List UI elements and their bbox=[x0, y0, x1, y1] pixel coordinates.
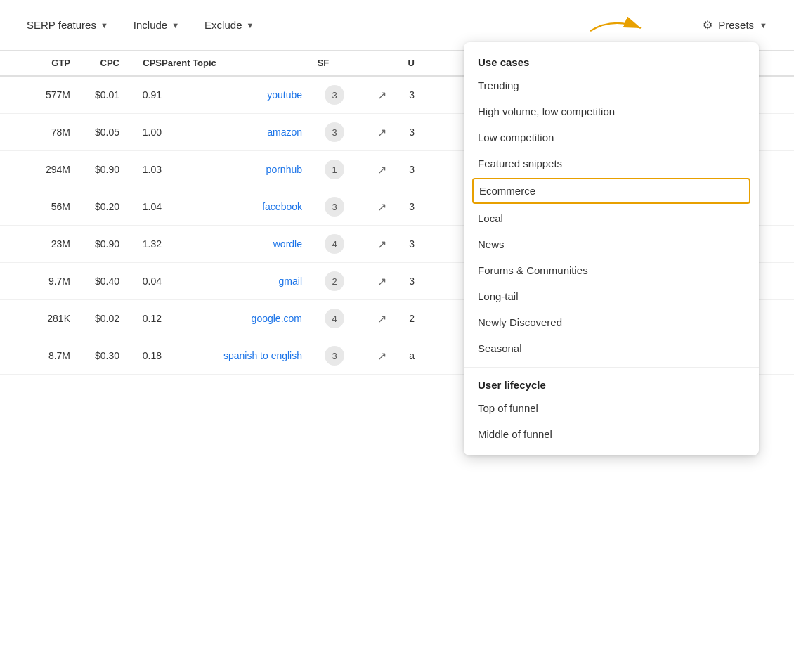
cell-cps: 0.12 bbox=[119, 313, 162, 324]
col-header-gtp: GTP bbox=[14, 58, 70, 68]
cell-u: 3 bbox=[386, 164, 415, 175]
menu-item-top-of-funnel[interactable]: Top of funnel bbox=[464, 395, 759, 421]
sf-badge: 3 bbox=[325, 346, 344, 366]
cell-trend: ↗ bbox=[344, 126, 386, 139]
cell-u: 3 bbox=[386, 238, 415, 250]
parent-topic-link[interactable]: facebook bbox=[262, 201, 302, 212]
serp-features-button[interactable]: SERP features ▼ bbox=[17, 13, 118, 37]
presets-label: Presets bbox=[718, 19, 754, 31]
cell-u: 2 bbox=[386, 313, 415, 324]
menu-item-trending[interactable]: Trending bbox=[464, 72, 759, 98]
parent-topic-link[interactable]: spanish to english bbox=[223, 350, 302, 361]
sf-badge: 4 bbox=[325, 234, 344, 254]
exclude-label: Exclude bbox=[204, 19, 242, 31]
menu-item-long-tail[interactable]: Long-tail bbox=[464, 283, 759, 309]
cell-parent-topic: wordle bbox=[162, 238, 302, 250]
menu-item-middle-of-funnel[interactable]: Middle of funnel bbox=[464, 421, 759, 447]
menu-item-high-volume-low-competition[interactable]: High volume, low competition bbox=[464, 98, 759, 124]
presets-button[interactable]: ⚙ Presets ▼ bbox=[693, 13, 777, 37]
col-header-u: U bbox=[386, 58, 415, 68]
col-header-cpc: CPC bbox=[70, 58, 119, 68]
cell-cpc: $0.90 bbox=[70, 164, 119, 175]
cell-cps: 0.04 bbox=[119, 276, 162, 287]
cell-parent-topic: gmail bbox=[162, 276, 302, 287]
cell-gtp: 8.7M bbox=[14, 350, 70, 361]
col-header-cps: CPS bbox=[119, 58, 162, 68]
include-button[interactable]: Include ▼ bbox=[124, 13, 189, 37]
menu-item-seasonal[interactable]: Seasonal bbox=[464, 335, 759, 361]
cell-u: 3 bbox=[386, 127, 415, 138]
cell-parent-topic: spanish to english bbox=[162, 350, 302, 361]
exclude-button[interactable]: Exclude ▼ bbox=[195, 13, 263, 37]
cell-parent-topic: youtube bbox=[162, 89, 302, 101]
presets-settings-icon: ⚙ bbox=[703, 18, 712, 32]
cell-gtp: 78M bbox=[14, 127, 70, 138]
cell-cps: 0.91 bbox=[119, 89, 162, 101]
serp-features-chevron-icon: ▼ bbox=[100, 21, 108, 30]
cell-trend: ↗ bbox=[344, 200, 386, 214]
menu-item-local[interactable]: Local bbox=[464, 205, 759, 231]
sf-badge: 4 bbox=[325, 309, 344, 328]
parent-topic-link[interactable]: wordle bbox=[273, 238, 302, 250]
cell-trend: ↗ bbox=[344, 312, 386, 325]
cell-gtp: 56M bbox=[14, 201, 70, 212]
cell-parent-topic: pornhub bbox=[162, 164, 302, 175]
cell-u: 3 bbox=[386, 276, 415, 287]
cell-parent-topic: amazon bbox=[162, 127, 302, 138]
menu-item-featured-snippets[interactable]: Featured snippets bbox=[464, 150, 759, 176]
cell-cpc: $0.20 bbox=[70, 201, 119, 212]
parent-topic-link[interactable]: google.com bbox=[252, 313, 302, 324]
sf-badge: 3 bbox=[325, 197, 344, 217]
exclude-chevron-icon: ▼ bbox=[246, 21, 254, 30]
col-header-parent-topic: Parent Topic bbox=[162, 58, 302, 68]
main-container: SERP features ▼ Include ▼ Exclude ▼ ⚙ bbox=[0, 0, 794, 672]
include-chevron-icon: ▼ bbox=[171, 21, 179, 30]
parent-topic-link[interactable]: youtube bbox=[267, 89, 302, 101]
cell-gtp: 294M bbox=[14, 164, 70, 175]
menu-item-forums-communities[interactable]: Forums & Communities bbox=[464, 257, 759, 283]
sf-badge: 3 bbox=[325, 85, 344, 105]
cell-trend: ↗ bbox=[344, 238, 386, 251]
menu-divider bbox=[464, 367, 759, 368]
cell-gtp: 281K bbox=[14, 313, 70, 324]
arrow-icon bbox=[583, 14, 653, 42]
cell-cps: 0.18 bbox=[119, 350, 162, 361]
cell-cpc: $0.40 bbox=[70, 276, 119, 287]
arrow-annotation bbox=[583, 14, 653, 42]
cell-trend: ↗ bbox=[344, 275, 386, 288]
cell-sf: 3 bbox=[302, 85, 344, 105]
cell-sf: 4 bbox=[302, 309, 344, 328]
cell-gtp: 9.7M bbox=[14, 276, 70, 287]
cell-cpc: $0.01 bbox=[70, 89, 119, 101]
menu-item-news[interactable]: News bbox=[464, 231, 759, 257]
cell-cps: 1.03 bbox=[119, 164, 162, 175]
include-label: Include bbox=[134, 19, 167, 31]
cell-u: 3 bbox=[386, 201, 415, 212]
cell-parent-topic: facebook bbox=[162, 201, 302, 212]
cell-u: 3 bbox=[386, 89, 415, 101]
cell-cpc: $0.02 bbox=[70, 313, 119, 324]
presets-dropdown-menu[interactable]: Use cases TrendingHigh volume, low compe… bbox=[464, 42, 759, 455]
serp-features-label: SERP features bbox=[27, 19, 96, 31]
menu-item-newly-discovered[interactable]: Newly Discovered bbox=[464, 309, 759, 335]
menu-item-ecommerce[interactable]: Ecommerce bbox=[472, 178, 750, 204]
cell-trend: ↗ bbox=[344, 349, 386, 363]
cell-sf: 1 bbox=[302, 160, 344, 179]
cell-sf: 3 bbox=[302, 346, 344, 366]
cell-cps: 1.00 bbox=[119, 127, 162, 138]
cell-cpc: $0.30 bbox=[70, 350, 119, 361]
cell-trend: ↗ bbox=[344, 89, 386, 102]
parent-topic-link[interactable]: pornhub bbox=[266, 164, 302, 175]
cell-cps: 1.04 bbox=[119, 201, 162, 212]
cell-sf: 3 bbox=[302, 122, 344, 142]
presets-chevron-icon: ▼ bbox=[760, 21, 767, 30]
cell-sf: 4 bbox=[302, 234, 344, 254]
cell-u: a bbox=[386, 350, 415, 361]
user-lifecycle-section-header: User lifecycle bbox=[464, 373, 759, 395]
parent-topic-link[interactable]: gmail bbox=[279, 276, 302, 287]
parent-topic-link[interactable]: amazon bbox=[267, 127, 302, 138]
use-cases-section-header: Use cases bbox=[464, 51, 759, 72]
cell-sf: 2 bbox=[302, 271, 344, 291]
sf-badge: 1 bbox=[325, 160, 344, 179]
menu-item-low-competition[interactable]: Low competition bbox=[464, 124, 759, 150]
